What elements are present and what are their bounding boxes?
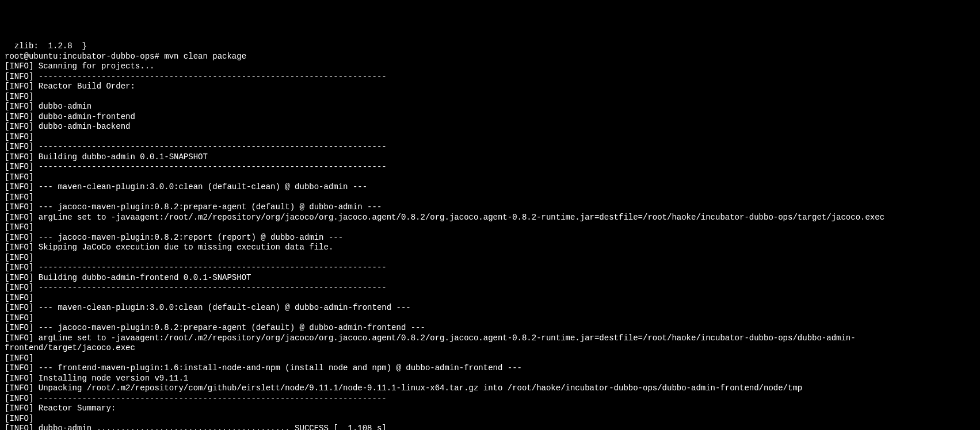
terminal-line-24: [INFO] ---------------------------------…	[5, 283, 975, 293]
terminal-line-22: [INFO] ---------------------------------…	[5, 263, 975, 273]
terminal-line-15: [INFO]	[5, 193, 975, 203]
terminal-line-0: zlib: 1.2.8 }	[5, 41, 975, 52]
terminal-line-32: [INFO] Installing node version v9.11.1	[5, 374, 975, 384]
terminal-line-20: [INFO] Skipping JaCoCo execution due to …	[5, 243, 975, 253]
terminal-line-25: [INFO]	[5, 293, 975, 304]
terminal-line-30: [INFO]	[5, 354, 975, 364]
terminal-line-26: [INFO] --- maven-clean-plugin:3.0.0:clea…	[5, 303, 975, 313]
terminal-output[interactable]: zlib: 1.2.8 }root@ubuntu:incubator-dubbo…	[5, 41, 975, 430]
terminal-line-4: [INFO] Reactor Build Order:	[5, 82, 975, 92]
terminal-line-27: [INFO]	[5, 313, 975, 324]
terminal-line-19: [INFO] --- jacoco-maven-plugin:0.8.2:rep…	[5, 233, 975, 243]
terminal-line-33: [INFO] Unpacking /root/.m2/repository/co…	[5, 383, 975, 394]
terminal-line-9: [INFO]	[5, 132, 975, 143]
terminal-line-17: [INFO] argLine set to -javaagent:/root/.…	[5, 213, 975, 223]
terminal-line-28: [INFO] --- jacoco-maven-plugin:0.8.2:pre…	[5, 323, 975, 333]
terminal-line-34: [INFO] ---------------------------------…	[5, 394, 975, 404]
terminal-line-5: [INFO]	[5, 92, 975, 102]
terminal-line-14: [INFO] --- maven-clean-plugin:3.0.0:clea…	[5, 182, 975, 193]
terminal-line-18: [INFO]	[5, 222, 975, 233]
terminal-line-6: [INFO] dubbo-admin	[5, 102, 975, 112]
terminal-line-35: [INFO] Reactor Summary:	[5, 404, 975, 414]
terminal-line-2: [INFO] Scanning for projects...	[5, 62, 975, 72]
terminal-line-31: [INFO] --- frontend-maven-plugin:1.6:ins…	[5, 363, 975, 374]
terminal-line-7: [INFO] dubbo-admin-frontend	[5, 112, 975, 122]
terminal-line-23: [INFO] Building dubbo-admin-frontend 0.0…	[5, 273, 975, 283]
terminal-line-16: [INFO] --- jacoco-maven-plugin:0.8.2:pre…	[5, 202, 975, 213]
terminal-line-11: [INFO] Building dubbo-admin 0.0.1-SNAPSH…	[5, 152, 975, 163]
terminal-line-29: [INFO] argLine set to -javaagent:/root/.…	[5, 333, 975, 354]
terminal-line-8: [INFO] dubbo-admin-backend	[5, 122, 975, 132]
terminal-line-12: [INFO] ---------------------------------…	[5, 162, 975, 172]
terminal-line-13: [INFO]	[5, 172, 975, 183]
terminal-line-1: root@ubuntu:incubator-dubbo-ops# mvn cle…	[5, 52, 975, 62]
terminal-window[interactable]: { "terminal": { "lines": [ " zlib: 1.2.8…	[0, 0, 980, 430]
terminal-line-3: [INFO] ---------------------------------…	[5, 72, 975, 82]
terminal-line-21: [INFO]	[5, 253, 975, 263]
terminal-line-10: [INFO] ---------------------------------…	[5, 142, 975, 152]
terminal-line-37: [INFO] dubbo-admin .....................…	[5, 424, 975, 430]
terminal-line-36: [INFO]	[5, 414, 975, 424]
